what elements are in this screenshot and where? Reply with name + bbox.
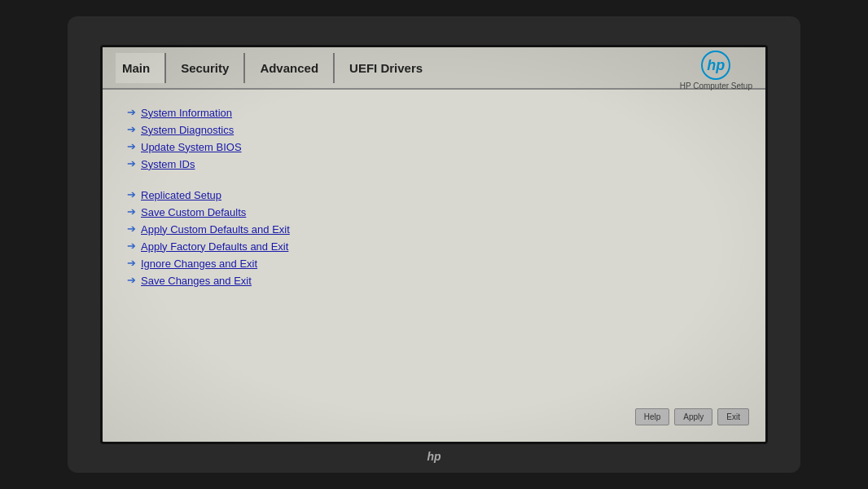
menu-link-save-changes[interactable]: Save Changes and Exit [141,275,252,287]
help-button[interactable]: Help [635,408,670,425]
menu-link-save-custom[interactable]: Save Custom Defaults [141,206,246,218]
laptop-frame: MainSecurityAdvancedUEFI Drivers hp HP C… [68,16,800,473]
bottom-buttons: Help Apply Exit [635,408,749,425]
menu-link-apply-factory[interactable]: Apply Factory Defaults and Exit [141,240,288,253]
menu-item-system-diag[interactable]: ➔ System Diagnostics [127,123,741,136]
menu-item-system-info[interactable]: ➔ System Information [127,106,741,119]
tab-main[interactable]: Main [116,53,164,83]
menu-link-system-info[interactable]: System Information [141,107,232,119]
apply-button[interactable]: Apply [674,408,712,425]
laptop-logo: hp [427,450,441,463]
arrow-icon: ➔ [127,123,136,136]
arrow-icon: ➔ [127,157,136,170]
menu-item-save-changes[interactable]: ➔ Save Changes and Exit [127,274,741,287]
arrow-icon: ➔ [127,240,136,253]
menu-item-update-bios[interactable]: ➔ Update System BIOS [127,140,741,153]
menu-link-update-bios[interactable]: Update System BIOS [141,141,242,153]
arrow-icon: ➔ [127,257,136,270]
menu-item-ignore-changes[interactable]: ➔ Ignore Changes and Exit [127,257,741,270]
menu-section-1: ➔ System Information ➔ System Diagnostic… [127,106,741,170]
nav-bar: MainSecurityAdvancedUEFI Drivers hp HP C… [103,47,765,90]
menu-link-system-ids[interactable]: System IDs [141,158,195,170]
main-content: ➔ System Information ➔ System Diagnostic… [103,90,765,442]
arrow-icon: ➔ [127,140,136,153]
menu-item-apply-custom[interactable]: ➔ Apply Custom Defaults and Exit [127,222,741,236]
arrow-icon: ➔ [127,274,136,287]
hp-logo: hp [701,51,730,80]
menu-link-ignore-changes[interactable]: Ignore Changes and Exit [141,258,257,270]
menu-link-replicated-setup[interactable]: Replicated Setup [141,189,221,201]
menu-link-system-diag[interactable]: System Diagnostics [141,124,234,136]
menu-link-apply-custom[interactable]: Apply Custom Defaults and Exit [141,223,290,236]
menu-item-system-ids[interactable]: ➔ System IDs [127,157,741,170]
menu-section-2: ➔ Replicated Setup ➔ Save Custom Default… [127,188,741,287]
arrow-icon: ➔ [127,188,136,201]
exit-button[interactable]: Exit [717,408,749,425]
menu-item-replicated-setup[interactable]: ➔ Replicated Setup [127,188,741,201]
arrow-icon: ➔ [127,106,136,119]
arrow-icon: ➔ [127,205,136,218]
tab-advanced[interactable]: Advanced [243,53,333,83]
menu-item-apply-factory[interactable]: ➔ Apply Factory Defaults and Exit [127,240,741,253]
bios-screen: MainSecurityAdvancedUEFI Drivers hp HP C… [100,45,768,444]
tab-security[interactable]: Security [164,53,243,83]
hp-logo-area: hp HP Computer Setup [680,51,752,90]
tab-uefi-drivers[interactable]: UEFI Drivers [333,53,437,83]
menu-item-save-custom[interactable]: ➔ Save Custom Defaults [127,205,741,218]
arrow-icon: ➔ [127,222,136,236]
tab-bar: MainSecurityAdvancedUEFI Drivers [116,53,752,83]
